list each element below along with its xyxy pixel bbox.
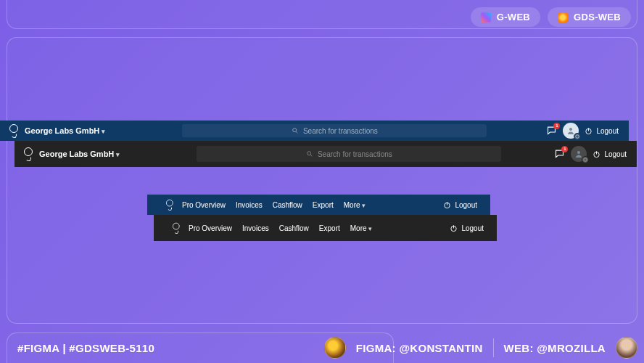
logout-button[interactable]: Logout (443, 201, 477, 209)
nav-export[interactable]: Export (319, 224, 340, 232)
gweb-label: G-WEB (497, 12, 530, 23)
header-bar-dark: George Labs GmbH ▾ Search for transactio… (15, 141, 637, 167)
credit-figma: FIGMA: @KONSTANTIN (356, 342, 483, 354)
app-logo-icon (165, 198, 174, 211)
search-input[interactable]: Search for transactions (197, 146, 501, 162)
svg-line-1 (296, 131, 297, 133)
logout-label: Logout (604, 150, 627, 158)
nav-cashflow[interactable]: Cashflow (279, 224, 309, 232)
chevron-down-icon: ▾ (102, 128, 105, 135)
company-name: George Labs GmbH (25, 126, 99, 135)
logout-button[interactable]: Logout (593, 150, 627, 158)
nav-export[interactable]: Export (313, 201, 334, 209)
nav-invoices[interactable]: Invoices (242, 224, 269, 232)
logout-button[interactable]: Logout (450, 224, 484, 232)
notification-badge: 1 (553, 123, 560, 129)
nav-cashflow[interactable]: Cashflow (273, 201, 302, 209)
gdsweb-label: GDS-WEB (574, 12, 621, 23)
svg-point-3 (576, 135, 579, 139)
power-icon (585, 127, 593, 135)
search-icon (292, 127, 299, 134)
nav-more-label: More (344, 201, 360, 209)
header-bar-blue: George Labs GmbH ▾ Search for transactio… (0, 121, 629, 141)
search-icon (306, 150, 313, 158)
messages-button[interactable]: 1 (546, 125, 557, 137)
logout-label: Logout (455, 201, 477, 209)
nav-invoices[interactable]: Invoices (236, 201, 263, 209)
avatar-konstantin (324, 337, 346, 359)
footer-tags-text: #FIGMA | #GDSWEB-5110 (17, 342, 154, 354)
fire-icon (558, 12, 568, 23)
messages-button[interactable]: 1 (554, 148, 565, 160)
figma-icon (481, 12, 491, 23)
avatar-sub-icon (582, 156, 589, 163)
chevron-down-icon: ▾ (368, 225, 372, 232)
credit-figma-label: FIGMA: @KONSTANTIN (356, 342, 483, 354)
svg-point-8 (577, 151, 580, 154)
company-selector[interactable]: George Labs GmbH ▾ (25, 126, 105, 135)
nav-bar-dark: Pro Overview Invoices Cashflow Export Mo… (154, 215, 497, 241)
svg-point-2 (569, 128, 572, 131)
company-name: George Labs GmbH (39, 150, 114, 158)
search-placeholder: Search for transactions (318, 150, 392, 158)
divider (493, 338, 494, 357)
chevron-down-icon: ▾ (362, 202, 366, 209)
power-icon (450, 224, 458, 232)
app-logo-icon (22, 146, 33, 162)
app-logo-icon (171, 221, 181, 234)
chevron-down-icon: ▾ (116, 151, 120, 158)
nav-bar-blue: Pro Overview Invoices Cashflow Export Mo… (147, 195, 490, 215)
svg-point-0 (293, 129, 297, 132)
avatar-sub-icon (574, 133, 581, 140)
user-avatar[interactable] (563, 123, 579, 139)
nav-pro-overview[interactable]: Pro Overview (189, 224, 232, 232)
nav-more-label: More (350, 224, 367, 232)
gweb-chip[interactable]: G-WEB (471, 7, 540, 27)
power-icon (443, 201, 451, 209)
credit-web-label: WEB: @MROZILLA (504, 342, 606, 354)
logout-label: Logout (461, 224, 484, 232)
gdsweb-chip[interactable]: GDS-WEB (548, 7, 631, 27)
notification-badge: 1 (561, 146, 568, 152)
logout-button[interactable]: Logout (585, 127, 619, 135)
credit-web: WEB: @MROZILLA (504, 342, 606, 354)
search-placeholder: Search for transactions (303, 127, 378, 135)
nav-more[interactable]: More ▾ (344, 201, 366, 209)
power-icon (593, 150, 600, 158)
avatar-mrozilla (616, 337, 637, 359)
svg-line-7 (310, 155, 312, 156)
nav-more[interactable]: More ▾ (350, 224, 373, 232)
user-avatar[interactable] (571, 146, 587, 162)
search-input[interactable]: Search for transactions (182, 124, 487, 137)
svg-point-9 (584, 158, 587, 162)
nav-pro-overview[interactable]: Pro Overview (182, 201, 226, 209)
logout-label: Logout (596, 127, 619, 135)
svg-point-6 (307, 152, 311, 155)
company-selector[interactable]: George Labs GmbH ▾ (39, 150, 120, 158)
app-logo-icon (7, 123, 19, 139)
